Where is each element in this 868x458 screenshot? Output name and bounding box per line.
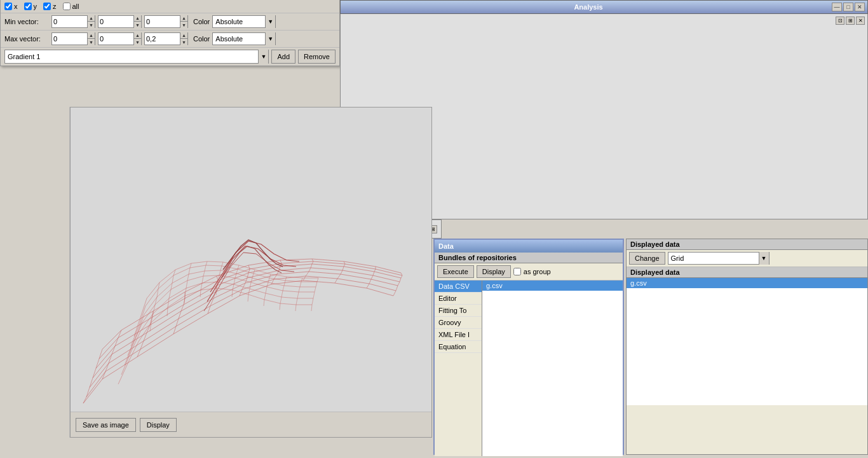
max-vector-arrows3: ▲ ▼ — [180, 32, 187, 45]
min-vector-up3[interactable]: ▲ — [180, 15, 187, 22]
max-vector-arrows1: ▲ ▼ — [87, 32, 95, 45]
data-menu-item-4[interactable]: XML File I — [435, 329, 482, 341]
max-color-dropdown[interactable]: Absolute ▼ — [212, 32, 276, 45]
displayed-data-title: Displayed data — [630, 240, 680, 248]
add-button[interactable]: Add — [271, 50, 295, 64]
min-vector-val3[interactable]: ▲ ▼ — [144, 15, 188, 28]
display-button[interactable]: Display — [140, 418, 177, 432]
gradient-row: Gradient 1 ▼ Add Remove — [1, 48, 339, 66]
checkbox-x-item: x — [4, 3, 18, 10]
as-group-checkbox[interactable] — [513, 268, 521, 275]
min-vector-arrows3: ▲ ▼ — [180, 15, 187, 28]
min-vector-arrows1: ▲ ▼ — [87, 15, 95, 28]
displayed-data-header: Displayed data — [627, 239, 867, 250]
analysis-inner-close[interactable]: ✕ — [856, 17, 865, 25]
data-menu-item-1[interactable]: Editor — [435, 293, 482, 305]
max-vector-label: Max vector: — [4, 35, 49, 43]
gradient-arrow[interactable]: ▼ — [258, 50, 268, 64]
data-menu-item-0[interactable]: Data CSV — [435, 281, 482, 293]
checkbox-x-label: x — [14, 3, 18, 10]
analysis-maximize-button[interactable]: □ — [843, 3, 853, 11]
left-sidebar — [0, 107, 70, 438]
displayed-item-gcvs[interactable]: g.csv — [627, 278, 867, 288]
max-vector-input3[interactable] — [145, 33, 180, 45]
checkbox-z[interactable] — [43, 3, 51, 10]
vector-gradient-panel: x y z all Min vector: ▲ ▼ ▲ ▼ — [0, 0, 340, 66]
displayed-items-list: g.csv — [627, 278, 867, 405]
max-vector-row: Max vector: ▲ ▼ ▲ ▼ ▲ ▼ Color Absolute — [1, 31, 339, 48]
min-color-arrow[interactable]: ▼ — [265, 15, 275, 28]
max-vector-up1[interactable]: ▲ — [88, 32, 95, 39]
checkbox-x[interactable] — [4, 3, 12, 10]
save-as-image-button[interactable]: Save as image — [76, 418, 136, 432]
min-vector-up1[interactable]: ▲ — [88, 15, 95, 22]
analysis-titlebar: . Analysis — □ ✕ — [340, 0, 868, 14]
min-vector-down3[interactable]: ▼ — [180, 22, 187, 28]
max-vector-input1[interactable] — [52, 33, 87, 45]
min-vector-up2[interactable]: ▲ — [134, 15, 141, 22]
min-vector-val1[interactable]: ▲ ▼ — [51, 15, 95, 28]
data-file-list: g.csv — [482, 281, 623, 291]
checkbox-y[interactable] — [24, 3, 32, 10]
min-vector-val2[interactable]: ▲ ▼ — [98, 15, 142, 28]
data-right-list: g.csv — [482, 281, 623, 456]
max-vector-input2[interactable] — [98, 33, 133, 45]
displayed-data-toolbar: Change Grid ▼ — [627, 250, 867, 267]
displayed-items-header: Displayed data — [627, 267, 867, 278]
data-menu-item-2[interactable]: Fitting To — [435, 305, 482, 317]
data-content: Data CSV Editor Fitting To Groovy XML Fi… — [435, 281, 623, 456]
max-vector-down1[interactable]: ▼ — [88, 39, 95, 45]
min-vector-input3[interactable] — [145, 16, 180, 27]
grid-type-value: Grid — [668, 254, 759, 262]
data-toolbar: Execute Display as group — [435, 263, 623, 281]
viewer-buttons-bar: Save as image Display — [71, 412, 431, 437]
min-color-label: Color — [193, 18, 210, 25]
checkbox-all-label: all — [72, 3, 79, 10]
max-vector-val1[interactable]: ▲ ▼ — [51, 32, 95, 45]
max-color-value: Absolute — [213, 35, 265, 43]
analysis-inner-btn1[interactable]: ⊡ — [836, 17, 844, 25]
data-menu-item-5[interactable]: Equation — [435, 341, 482, 353]
data-left-menu: Data CSV Editor Fitting To Groovy XML Fi… — [435, 281, 482, 456]
analysis-minimize-button[interactable]: — — [832, 3, 842, 11]
min-color-dropdown[interactable]: Absolute ▼ — [212, 15, 276, 28]
gradient-dropdown[interactable]: Gradient 1 ▼ — [4, 50, 269, 64]
execute-button[interactable]: Execute — [437, 265, 474, 278]
data-display-button[interactable]: Display — [477, 265, 511, 278]
max-vector-down2[interactable]: ▼ — [134, 39, 141, 45]
analysis-title: Analysis — [574, 3, 602, 11]
viewer-canvas-area — [71, 108, 431, 413]
max-vector-val3[interactable]: ▲ ▼ — [144, 32, 188, 45]
analysis-titlebar-buttons: — □ ✕ — [832, 3, 865, 11]
data-window: Data Bundles of repositories Execute Dis… — [433, 239, 624, 455]
checkbox-all[interactable] — [63, 3, 71, 10]
as-group-label: as group — [524, 268, 551, 275]
data-menu-item-3[interactable]: Groovy — [435, 317, 482, 329]
max-color-arrow[interactable]: ▼ — [265, 32, 275, 45]
min-color-value: Absolute — [213, 18, 265, 25]
max-color-label: Color — [193, 35, 210, 43]
min-vector-input2[interactable] — [98, 16, 133, 27]
gradient-label: Gradient 1 — [5, 53, 258, 60]
max-vector-val2[interactable]: ▲ ▼ — [98, 32, 142, 45]
checkboxes-row: x y z all — [1, 0, 339, 13]
checkbox-y-item: y — [24, 3, 37, 10]
min-vector-arrows2: ▲ ▼ — [133, 15, 141, 28]
max-vector-up2[interactable]: ▲ — [134, 32, 141, 39]
min-vector-down2[interactable]: ▼ — [134, 22, 141, 28]
change-button[interactable]: Change — [629, 252, 665, 265]
max-vector-up3[interactable]: ▲ — [180, 32, 187, 39]
min-vector-row: Min vector: ▲ ▼ ▲ ▼ ▲ ▼ Color Absolute — [1, 13, 339, 31]
min-vector-input1[interactable] — [52, 16, 87, 27]
grid-type-dropdown[interactable]: Grid ▼ — [668, 252, 770, 265]
analysis-inner-controls: ⊡ ⊞ ✕ — [836, 17, 865, 25]
max-vector-down3[interactable]: ▼ — [180, 39, 187, 45]
grid-type-arrow[interactable]: ▼ — [759, 252, 769, 265]
min-vector-down1[interactable]: ▼ — [88, 22, 95, 28]
data-list-item-gcvs[interactable]: g.csv — [482, 281, 623, 291]
analysis-inner-btn2[interactable]: ⊞ — [846, 17, 855, 25]
min-vector-label: Min vector: — [4, 18, 49, 25]
analysis-close-button[interactable]: ✕ — [855, 3, 865, 11]
viewer-panel: Save as image Display — [70, 107, 432, 438]
remove-button[interactable]: Remove — [298, 50, 336, 64]
